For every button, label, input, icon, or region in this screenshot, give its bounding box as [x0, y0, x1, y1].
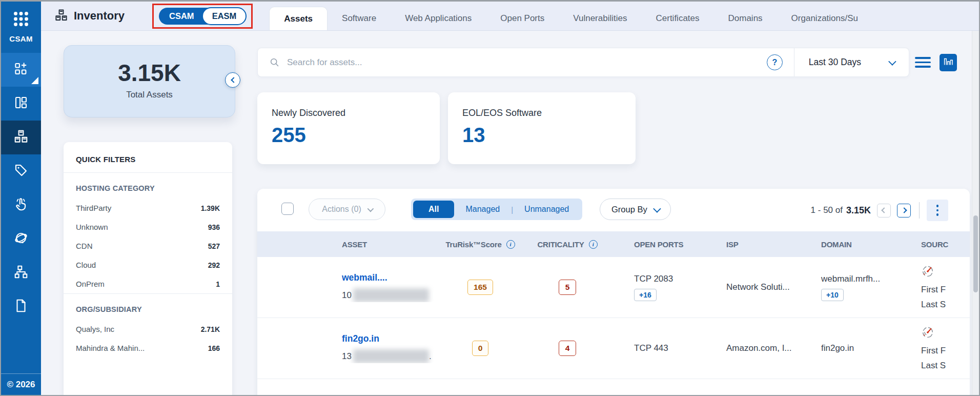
chevron-left-icon — [231, 77, 236, 83]
quick-filter-section: ORG/SUBSIDIARY Qualys, Inc 2.71K Mahindr… — [64, 305, 232, 358]
tab-certificates[interactable]: Certificates — [641, 7, 713, 30]
actions-dropdown[interactable]: Actions (0) — [309, 199, 385, 220]
tab-vulnerabilities[interactable]: Vulnerabilities — [559, 7, 641, 30]
column-header-open-ports[interactable]: OPEN PORTS — [611, 240, 705, 249]
domain-more-badge[interactable]: +10 — [821, 289, 844, 301]
date-range-dropdown[interactable]: Last 30 Days — [794, 57, 909, 68]
search-bar: ? Last 30 Days — [257, 48, 909, 77]
prev-page-button[interactable] — [877, 204, 891, 217]
list-view-icon[interactable] — [915, 57, 931, 68]
bar-chart-icon — [943, 56, 954, 69]
chevron-down-icon — [653, 205, 661, 213]
isp-value: Network Soluti... — [726, 282, 790, 292]
scrollbar-thumb[interactable] — [973, 215, 978, 292]
column-header-trurisk-score[interactable]: TruRisk™Scorei — [437, 240, 524, 249]
tab-software[interactable]: Software — [328, 7, 391, 30]
inventory-icon — [13, 129, 29, 146]
organization-icon — [13, 264, 29, 282]
stat-card-eol-eos-software[interactable]: EOL/EOS Software 13 — [448, 92, 636, 164]
total-assets-card[interactable]: 3.15K Total Assets — [64, 45, 235, 117]
quick-filter-item[interactable]: CDN 527 — [64, 236, 232, 255]
table-body: webmail.... 10 165 5 TCP 2083 +16 Networ… — [257, 257, 970, 379]
csam-easm-toggle[interactable]: CSAM EASM — [159, 8, 246, 25]
sidebar-item-dashboards[interactable] — [1, 87, 41, 121]
tab-assets[interactable]: Assets — [269, 7, 328, 30]
more-options-button[interactable] — [927, 200, 948, 221]
domain-value: webmail.mrfh... — [821, 274, 900, 284]
tags-icon — [13, 163, 29, 180]
quick-filter-item[interactable]: OnPrem 1 — [64, 274, 232, 293]
source-first-seen: First F — [921, 285, 970, 295]
vertical-scrollbar[interactable] — [972, 31, 979, 395]
tab-domains[interactable]: Domains — [714, 7, 777, 30]
app-label: CSAM — [9, 34, 32, 43]
responses-icon — [13, 196, 29, 214]
domain-value: fin2go.in — [821, 343, 900, 353]
stat-card-newly-discovered[interactable]: Newly Discovered 255 — [257, 92, 440, 164]
toggle-csam[interactable]: CSAM — [169, 11, 202, 21]
info-icon[interactable]: i — [589, 240, 598, 249]
apps-grid-icon — [12, 10, 30, 30]
sidebar-item-organization[interactable] — [1, 256, 41, 290]
topbar: Inventory CSAM EASM AssetsSoftwareWeb Ap… — [41, 2, 979, 31]
next-page-button[interactable] — [897, 204, 911, 217]
asset-link[interactable]: fin2go.in — [342, 333, 379, 344]
app-switcher[interactable]: CSAM — [1, 2, 41, 53]
column-header-criticality[interactable]: CRITICALITYi — [524, 240, 611, 249]
quick-filter-section: HOSTING CATEGORY ThirdParty 1.39K Unknow… — [64, 184, 232, 294]
sidebar: CSAM © 2026 — [1, 2, 41, 395]
tab-organizations-su[interactable]: Organizations/Su — [777, 7, 872, 30]
sidebar-item-add-widget[interactable] — [1, 53, 41, 87]
group-by-dropdown[interactable]: Group By — [600, 199, 671, 220]
asset-ip: 10 — [342, 288, 437, 302]
open-ports-value: TCP 2083 — [634, 274, 705, 284]
table-row[interactable]: fin2go.in 13. 0 4 TCP 443 Amazon.com, I.… — [257, 318, 970, 379]
table-row[interactable]: webmail.... 10 165 5 TCP 2083 +16 Networ… — [257, 257, 970, 318]
trurisk-score-badge: 0 — [472, 341, 489, 356]
source-first-seen: First F — [921, 346, 970, 356]
select-all-checkbox[interactable] — [281, 203, 294, 215]
collapse-panel-button[interactable] — [225, 72, 240, 88]
quick-filters-panel: QUICK FILTERS HOSTING CATEGORY ThirdPart… — [64, 142, 232, 396]
ports-more-badge[interactable]: +16 — [634, 289, 657, 301]
column-header-sourc[interactable]: SOURC — [900, 240, 970, 249]
tab-open-ports[interactable]: Open Ports — [486, 7, 559, 30]
sidebar-item-network[interactable] — [1, 222, 41, 256]
reports-icon — [13, 298, 29, 315]
open-ports-value: TCP 443 — [634, 343, 705, 353]
sidebar-item-tags[interactable] — [1, 154, 41, 188]
quick-filter-item[interactable]: Unknown 936 — [64, 217, 232, 236]
radar-icon — [921, 332, 934, 341]
copyright: © 2026 — [1, 373, 41, 395]
quick-filter-item[interactable]: Cloud 292 — [64, 255, 232, 274]
column-header-asset[interactable]: ASSET — [334, 240, 437, 249]
sidebar-item-reports[interactable] — [1, 290, 41, 324]
content: 3.15K Total Assets QUICK FILTERS HOSTING… — [41, 31, 972, 395]
search-input[interactable] — [280, 57, 767, 68]
toggle-easm[interactable]: EASM — [202, 7, 247, 25]
help-icon[interactable]: ? — [767, 54, 783, 70]
segment-all[interactable]: All — [413, 201, 454, 218]
quick-filters-title: QUICK FILTERS — [64, 142, 232, 172]
quick-filter-item[interactable]: Qualys, Inc 2.71K — [64, 320, 232, 339]
view-toggles — [915, 48, 957, 77]
asset-link[interactable]: webmail.... — [342, 272, 387, 283]
app-window: CSAM © 2026 Inventory CSAM EASM AssetsSo… — [0, 0, 980, 396]
sidebar-item-inventory[interactable] — [1, 121, 41, 154]
segment-managed[interactable]: Managed — [454, 201, 511, 218]
quick-filter-item[interactable]: Mahindra & Mahin... 166 — [64, 339, 232, 358]
segment-unmanaged[interactable]: Unmanaged — [513, 201, 580, 218]
info-icon[interactable]: i — [506, 240, 515, 249]
sidebar-item-responses[interactable] — [1, 188, 41, 222]
column-header-isp[interactable]: ISP — [705, 240, 800, 249]
column-header-domain[interactable]: DOMAIN — [800, 240, 900, 249]
chevron-right-icon — [901, 207, 907, 213]
tab-web-applications[interactable]: Web Applications — [391, 7, 486, 30]
chart-view-button[interactable] — [940, 54, 957, 71]
page-title: Inventory — [74, 9, 125, 23]
group-by-label: Group By — [611, 205, 647, 214]
dashboards-icon — [13, 95, 29, 112]
redacted-blur — [353, 349, 429, 363]
quick-filter-item[interactable]: ThirdParty 1.39K — [64, 199, 232, 217]
pagination: 1 - 50 of 3.15K — [811, 200, 948, 221]
